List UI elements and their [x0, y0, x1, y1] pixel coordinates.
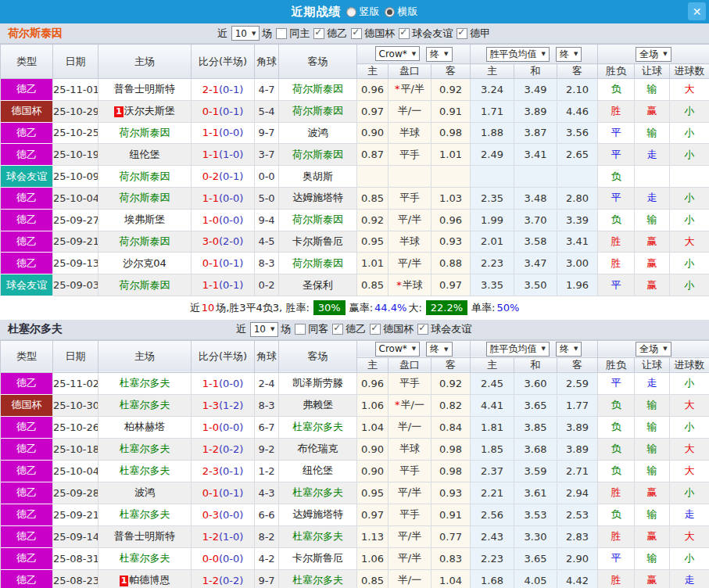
match-scope-select[interactable]: 全场▼ [636, 47, 671, 62]
home-team: 荷尔斯泰因 [98, 166, 192, 188]
match-date: 25-09-21 [53, 231, 98, 253]
match-count-select[interactable]: 10▼ [231, 26, 260, 41]
mean-odds-select[interactable]: 胜平负均值▼ [486, 47, 550, 62]
result-outcome: 负 [598, 209, 635, 231]
league-checkbox-1[interactable] [332, 324, 343, 335]
mean-home-odds [471, 166, 514, 188]
odds-state-select[interactable]: 终▼ [426, 342, 452, 357]
odds-home: 0.90 [357, 438, 389, 460]
mean-draw-odds: 3.60 [514, 372, 557, 394]
column-subheader: 让球 [635, 64, 670, 79]
away-team-name: 杜塞尔多夫 [292, 421, 343, 432]
mean-home-odds: 1.81 [471, 416, 514, 438]
home-team-name: 荷尔斯泰因 [120, 170, 170, 182]
result-handicap: 输 [635, 547, 670, 569]
away-team-name: 杜塞尔多夫 [292, 486, 343, 498]
close-button[interactable]: ✕ [688, 2, 706, 20]
mean-draw-odds: 3.41 [514, 144, 557, 166]
away-team-name: 凯泽斯劳滕 [292, 377, 343, 389]
match-row: 德国杯25-10-30杜塞尔多夫1-3(1-2)8-3弗赖堡1.06*半/一0.… [1, 394, 709, 416]
odds-state-select[interactable]: 终▼ [426, 47, 452, 62]
odds-away: 0.98 [431, 122, 471, 144]
corner-count: 9-7 [255, 569, 279, 588]
sections-container: 荷尔斯泰因近10▼场同主德乙德国杯球会友谊德甲类型日期主场比分(半场)角球客场C… [0, 23, 709, 588]
handicap-text: 平手 [399, 192, 420, 203]
fulltime-score: 2-3 [202, 465, 219, 477]
odds-home: 0.96 [357, 372, 389, 394]
chevron-down-icon: ▼ [444, 51, 448, 57]
match-row: 德乙25-10-04荷尔斯泰因1-1(0-0)5-0达姆施塔特0.85平手1.0… [1, 187, 709, 209]
chevron-down-icon: ▼ [412, 51, 416, 57]
corner-count: 3-7 [255, 144, 279, 166]
result-goals: 小 [670, 482, 709, 504]
mean-draw-odds: 3.49 [514, 79, 557, 101]
odds-home [357, 166, 389, 188]
match-score: 2-3(0-1) [192, 460, 255, 482]
result-goals: 小 [670, 209, 709, 231]
odds-provider-select[interactable]: Crow*▼ [375, 342, 421, 357]
league-checkbox-2[interactable] [370, 324, 381, 335]
away-team-name: 荷尔斯泰因 [292, 149, 343, 160]
team-section-2: 杜塞尔多夫近10▼场同客德乙德国杯球会友谊类型日期主场比分(半场)角球客场Cro… [0, 320, 709, 588]
away-team: 荷尔斯泰因 [279, 144, 357, 166]
handicap-change-star: * [395, 399, 400, 411]
home-team: 1帕德博恩 [98, 569, 192, 588]
odds-away: 1.03 [431, 187, 471, 209]
title-bar: 近期战绩 竖版 横版 ✕ [0, 0, 709, 23]
handicap-text: 半/一 [398, 105, 421, 117]
mean-away-odds: 3.89 [557, 438, 598, 460]
mean-home-odds: 2.23 [471, 253, 514, 274]
match-score: 0-1(0-1) [192, 100, 255, 122]
mean-draw-odds [514, 166, 557, 188]
corner-count: 8-2 [255, 525, 279, 547]
league-checkbox-3[interactable] [399, 28, 410, 39]
same-venue-checkbox[interactable] [295, 324, 306, 335]
handicap-text: 平手 [399, 464, 420, 476]
home-team: 普鲁士明斯特 [98, 525, 192, 547]
halftime-score: (0-0) [219, 127, 243, 138]
radio-vertical-layout[interactable] [346, 7, 356, 17]
odds-home: 0.90 [357, 122, 389, 144]
league-checkbox-4[interactable] [457, 28, 467, 39]
radio-horizontal-layout[interactable] [385, 7, 395, 17]
home-team-name: 杜塞尔多夫 [120, 508, 170, 520]
match-count-select[interactable]: 10▼ [250, 322, 279, 337]
halftime-score: (1-0) [219, 149, 243, 160]
result-handicap: 输 [635, 504, 670, 525]
league-checkbox-3[interactable] [417, 324, 428, 335]
match-row: 德乙25-09-14普鲁士明斯特1-2(1-0)8-2杜塞尔多夫1.13平/半0… [1, 525, 709, 547]
result-handicap: 赢 [635, 231, 670, 253]
match-scope-select-label: 全场 [639, 48, 658, 61]
away-team-name: 圣保利 [303, 279, 333, 291]
odds-away: 0.98 [431, 460, 471, 482]
match-scope-select[interactable]: 全场▼ [636, 342, 671, 357]
mean-state-select[interactable]: 终▼ [556, 342, 582, 357]
type-badge: 球会友谊 [1, 166, 53, 188]
handicap: 平/半 [389, 482, 431, 504]
same-venue-checkbox[interactable] [276, 28, 287, 39]
odds-away: 0.93 [431, 231, 471, 253]
away-team: 奥胡斯 [279, 166, 357, 188]
league-checkbox-1[interactable] [313, 28, 324, 39]
chevron-down-icon: ▼ [270, 326, 274, 332]
odds-home: 0.92 [357, 209, 389, 231]
fulltime-score: 0-1 [202, 106, 219, 117]
halftime-score: (0-0) [219, 553, 243, 565]
header-row-controls: 类型日期主场比分(半场)角球客场Crow*▼终▼胜平负均值▼终▼全场▼ [1, 340, 709, 357]
home-team: 埃弗斯堡 [98, 209, 192, 231]
home-team-name: 普鲁士明斯特 [114, 83, 175, 95]
home-team: 杜塞尔多夫 [98, 460, 192, 482]
odds-away [431, 166, 471, 188]
odds-provider-select[interactable]: Crow*▼ [375, 46, 421, 61]
away-team: 凯泽斯劳滕 [279, 372, 357, 394]
home-team-name: 埃弗斯堡 [124, 213, 165, 225]
odds-home: 0.87 [357, 144, 389, 166]
corner-count: 6-7 [255, 416, 279, 438]
mean-odds-select[interactable]: 胜平负均值▼ [486, 342, 550, 357]
mean-odds-select-label: 胜平负均值 [490, 342, 537, 356]
column-subheader: 和 [514, 64, 557, 79]
league-checkbox-2[interactable] [351, 28, 362, 39]
mean-state-select[interactable]: 终▼ [556, 47, 582, 62]
halftime-score: (2-0) [219, 235, 243, 247]
match-date: 25-10-04 [53, 460, 98, 482]
